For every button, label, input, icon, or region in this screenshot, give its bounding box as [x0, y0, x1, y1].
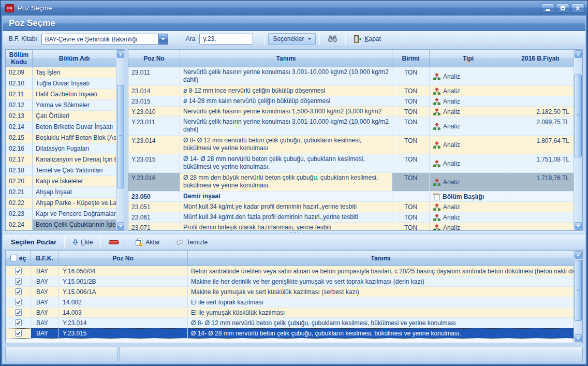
col-header-fiyat[interactable]: 2016 B.Fiyatı: [507, 50, 574, 67]
poz-scrollbar[interactable]: [574, 50, 582, 230]
desc-cell: Makine ile yumuşak ve sert küskülük kazı…: [188, 287, 574, 297]
section-row[interactable]: 02.16Dilatasyon Fugaları: [6, 143, 117, 154]
row-checkbox[interactable]: [15, 268, 22, 274]
grip-icon: [577, 114, 580, 118]
selected-poz-row[interactable]: BAYY.23.015Ø 14- Ø 28 mm nervürlü beton …: [6, 328, 574, 339]
row-checkbox[interactable]: [15, 299, 22, 305]
remove-button[interactable]: [105, 236, 123, 248]
options-button[interactable]: Seçenekler: [268, 33, 316, 45]
section-name-cell: Kalıp ve İskeleler: [33, 176, 117, 186]
poz-unit-cell: TON: [392, 154, 430, 172]
poz-type-label: Analiz: [443, 87, 460, 95]
section-row[interactable]: 02.23Kapı ve Pencere Doğramaları: [6, 209, 117, 219]
section-row[interactable]: 02.09Taş İşleri: [6, 67, 117, 78]
horizontal-splitter[interactable]: [3, 231, 585, 235]
selected-poz-row[interactable]: BAYY.15.006/1AMakine ile yumuşak ve sert…: [6, 287, 574, 297]
selected-scrollbar[interactable]: [574, 251, 582, 343]
poz-row[interactable]: Y.23.015Ø 14- Ø 28 mm nervürlü beton çel…: [128, 154, 574, 173]
search-input[interactable]: [199, 34, 253, 45]
col-header-poz-no[interactable]: Poz No: [58, 251, 188, 266]
poz-row[interactable]: 23.050Demir inşaatBölüm Başlığı: [128, 192, 574, 202]
transfer-button[interactable]: Aktar: [131, 236, 164, 248]
poz-row[interactable]: Y.23.010Nervürlü çelik hasırın yerine ko…: [128, 107, 574, 117]
title-bar[interactable]: HK Poz Seçme ×: [1, 1, 587, 16]
selected-poz-row[interactable]: BAYY.16.050/04Beton santralinde üretilen…: [6, 266, 574, 276]
scroll-up-button[interactable]: [575, 251, 582, 259]
poz-row[interactable]: Y.23.014Ø 8- Ø 12 mm nervürlü beton çeli…: [128, 136, 574, 154]
poz-row[interactable]: Y.23.016Ø 28 mm den büyük nervürlü beton…: [128, 173, 574, 192]
book-label: B.F. Kitabı: [9, 35, 37, 42]
row-checkbox[interactable]: [15, 330, 22, 336]
poz-row[interactable]: 23.011Nervürlü çelik hasırın yerine konu…: [128, 67, 574, 86]
poz-row[interactable]: 23.015ø 14-28 mm kalın nervürlü çeliğin …: [128, 96, 574, 107]
section-row[interactable]: 02.12Yıkma ve Sökmeler: [6, 100, 117, 111]
poz-no-cell: Y.23.015: [128, 154, 180, 172]
section-row[interactable]: 02.15Boşluklu Hafif Beton Blok (As: [6, 133, 117, 143]
scroll-down-button[interactable]: [575, 222, 582, 230]
row-checkbox[interactable]: [15, 319, 22, 326]
selected-poz-row[interactable]: BAY14.002El ile sert toprak kazılması: [6, 297, 574, 308]
scroll-down-button[interactable]: [575, 334, 582, 342]
poz-row[interactable]: 23.061Münf.kull.34 kg/mt.den fazla profi…: [128, 212, 574, 223]
section-row[interactable]: 02.11Hafif Gazbeton İnşaatı: [6, 89, 117, 100]
poz-row[interactable]: Y.23.011Nervürlü çelik hasırın yerine ko…: [128, 117, 574, 136]
poz-desc-cell: Nervürlü çelik hasırın yerine konulması …: [180, 107, 392, 116]
scrollbar-thumb[interactable]: [575, 260, 582, 321]
col-header-tanimi[interactable]: Tanımı: [188, 251, 574, 266]
add-button[interactable]: Ekle: [68, 236, 97, 248]
col-header-birimi[interactable]: Birimi: [392, 50, 430, 67]
section-row[interactable]: 02.13Çatı Örtüleri: [6, 111, 117, 122]
section-name-cell: Tuğla Duvar İnşaatı: [33, 78, 117, 89]
scroll-up-button[interactable]: [117, 50, 124, 58]
poz-no-cell: Y.23.011: [128, 117, 180, 135]
poz-no-cell: 14.002: [58, 297, 188, 307]
row-checkbox[interactable]: [15, 278, 22, 285]
combo-dropdown-button[interactable]: [158, 34, 168, 45]
scroll-down-button[interactable]: [117, 222, 124, 230]
section-row[interactable]: 02.10Tuğla Duvar İnşaatı: [6, 78, 117, 89]
row-checkbox[interactable]: [15, 309, 22, 316]
poz-row[interactable]: 23.014ø 8-12 mm ince nervürlü çeliğin bü…: [128, 86, 574, 96]
minimize-button[interactable]: [541, 4, 554, 13]
col-header-tipi[interactable]: Tipi: [430, 50, 507, 67]
poz-row[interactable]: 23.071Profil demiri birleşik olarak hazı…: [128, 223, 574, 230]
section-row[interactable]: 02.21Ahşap İnşaat: [6, 187, 117, 198]
select-all-checkbox[interactable]: [10, 255, 17, 261]
row-checkbox[interactable]: [15, 288, 22, 295]
col-header-bolum-kodu[interactable]: Bölüm Kodu: [6, 50, 33, 67]
scrollbar-thumb[interactable]: [117, 85, 124, 188]
options-label: Seçenekler: [273, 35, 304, 42]
selected-poz-row[interactable]: BAYY.15.001/2BMakine ile her derinlik ve…: [6, 276, 574, 287]
sections-scrollbar[interactable]: [116, 50, 125, 230]
section-row[interactable]: 02.22Ahşap Parke - Küpeşte ve Lam: [6, 198, 117, 209]
scrollbar-thumb[interactable]: [575, 75, 582, 157]
section-code-cell: 02.11: [6, 89, 33, 99]
col-header-poz-no[interactable]: Poz No: [128, 50, 180, 67]
col-header-tanimi[interactable]: Tanımı: [180, 50, 392, 67]
selected-poz-row[interactable]: BAY14.003El ile yumuşak küskülük kazılma…: [6, 308, 574, 318]
close-button[interactable]: ×: [571, 4, 584, 13]
col-header-sec[interactable]: eç: [6, 251, 31, 266]
section-row[interactable]: 02.20Kalıp ve İskeleler: [6, 176, 117, 187]
clear-button[interactable]: Temizle: [172, 236, 212, 248]
col-header-bfk[interactable]: B.F.K.: [31, 251, 58, 266]
binoculars-icon: [328, 35, 337, 42]
scroll-up-button[interactable]: [575, 50, 582, 58]
close-form-button[interactable]: Kapat: [349, 33, 385, 45]
find-button[interactable]: [324, 33, 342, 45]
selected-poz-row[interactable]: BAYY.23.014Ø 8- Ø 12 mm nervürlü beton ç…: [6, 318, 574, 328]
section-row[interactable]: 02.14Beton Briketle Duvar İnşaatı: [6, 122, 117, 133]
analysis-icon: [433, 203, 440, 211]
poz-desc-cell: Münf.kull.34 kg/mt.ye kadar profil demir…: [180, 202, 392, 212]
poz-unit-cell: TON: [392, 86, 430, 96]
col-header-bolum-adi[interactable]: Bölüm Adı: [33, 50, 116, 67]
eraser-icon: [176, 239, 184, 245]
poz-unit-cell: TON: [392, 202, 430, 212]
maximize-button[interactable]: [556, 4, 569, 13]
section-row[interactable]: 02.17Kanalizasyon ve Drenaj İçin B: [6, 154, 117, 165]
price-book-combobox[interactable]: BAY-Çevre ve Şehircilik Bakanlığı: [41, 34, 168, 45]
section-row[interactable]: 02.24Beton Çelik Çubuklarının İşle: [6, 219, 117, 230]
triangle-down-icon: [577, 225, 580, 227]
poz-row[interactable]: 23.051Münf.kull.34 kg/mt.ye kadar profil…: [128, 202, 574, 212]
section-row[interactable]: 02.18Temel ve Çatı Yalıtımları: [6, 165, 117, 176]
